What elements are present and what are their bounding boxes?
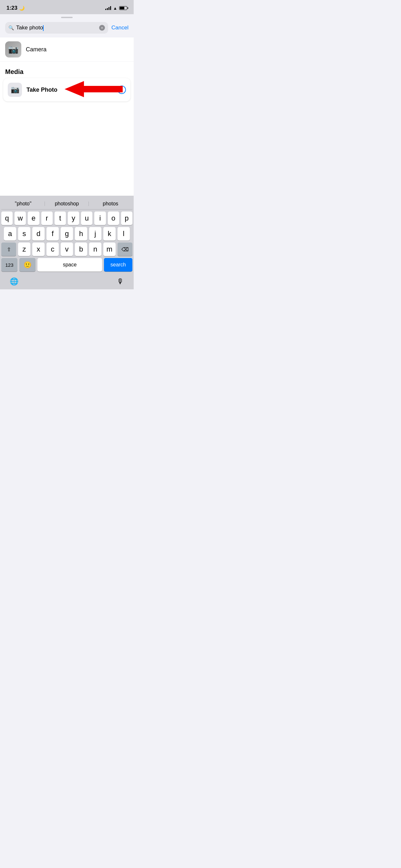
battery-icon: [119, 6, 127, 10]
keyboard[interactable]: "photo" photoshop photos q w e r t y u i…: [0, 196, 134, 275]
search-input[interactable]: Take photo: [16, 25, 97, 31]
prediction-2[interactable]: photoshop: [45, 201, 89, 207]
key-b[interactable]: b: [75, 243, 87, 256]
emoji-key[interactable]: 🙂: [19, 258, 35, 272]
key-p[interactable]: p: [121, 212, 132, 225]
section-title: Media: [5, 68, 24, 75]
key-n[interactable]: n: [89, 243, 101, 256]
predictive-bar: "photo" photoshop photos: [1, 198, 132, 210]
key-l[interactable]: l: [118, 227, 130, 241]
results-area: 📷 Camera Media 📷 Take Photo i: [0, 37, 134, 196]
microphone-icon[interactable]: 🎙: [117, 277, 124, 286]
media-section-header: Media: [0, 62, 134, 78]
content-spacer: [0, 105, 134, 196]
wifi-icon: ▲: [113, 6, 117, 11]
time-label: 1:23: [6, 5, 18, 11]
shift-key[interactable]: ⇧: [1, 243, 16, 256]
key-o[interactable]: o: [108, 212, 119, 225]
key-f[interactable]: f: [47, 227, 59, 241]
key-v[interactable]: v: [61, 243, 73, 256]
prediction-1[interactable]: "photo": [1, 201, 45, 207]
take-photo-icon: 📷: [8, 83, 22, 97]
status-time: 1:23 🌙: [6, 5, 25, 11]
numbers-key[interactable]: 123: [1, 258, 18, 272]
cancel-button[interactable]: Cancel: [112, 25, 128, 31]
keyboard-row-3: ⇧ z x c v b n m ⌫: [1, 243, 132, 256]
key-x[interactable]: x: [32, 243, 44, 256]
space-key[interactable]: space: [37, 258, 102, 272]
key-w[interactable]: w: [14, 212, 26, 225]
keyboard-row-1: q w e r t y u i o p: [1, 212, 132, 225]
red-arrow-annotation: [65, 80, 111, 100]
search-key[interactable]: search: [104, 258, 132, 272]
bottom-bar: 🌐 🎙: [0, 275, 134, 288]
take-photo-action[interactable]: 📷 Take Photo i: [3, 78, 130, 101]
status-bar: 1:23 🌙 ▲: [0, 0, 134, 14]
key-t[interactable]: t: [55, 212, 66, 225]
svg-marker-0: [65, 81, 123, 97]
search-bar[interactable]: 🔍 Take photo ×: [5, 22, 108, 34]
sheet-drag-indicator: [0, 14, 134, 20]
keyboard-row-4: 123 🙂 space search: [1, 258, 132, 272]
signal-bars-icon: [105, 6, 111, 10]
camera-app-icon: 📷: [5, 41, 21, 58]
key-j[interactable]: j: [89, 227, 101, 241]
key-y[interactable]: y: [68, 212, 79, 225]
key-u[interactable]: u: [81, 212, 92, 225]
key-g[interactable]: g: [61, 227, 73, 241]
key-r[interactable]: r: [41, 212, 53, 225]
key-d[interactable]: d: [32, 227, 44, 241]
key-k[interactable]: k: [103, 227, 116, 241]
key-z[interactable]: z: [18, 243, 30, 256]
globe-icon[interactable]: 🌐: [10, 277, 19, 286]
status-icons: ▲: [105, 6, 127, 11]
key-i[interactable]: i: [94, 212, 105, 225]
key-s[interactable]: s: [18, 227, 30, 241]
delete-key[interactable]: ⌫: [118, 243, 132, 256]
clear-button[interactable]: ×: [99, 25, 105, 31]
key-m[interactable]: m: [103, 243, 116, 256]
key-a[interactable]: a: [4, 227, 16, 241]
home-indicator: [0, 288, 134, 289]
search-icon: 🔍: [8, 25, 14, 30]
keyboard-row-2: a s d f g h j k l: [1, 227, 132, 241]
prediction-3[interactable]: photos: [89, 201, 132, 207]
camera-app-name: Camera: [26, 46, 47, 53]
key-q[interactable]: q: [1, 212, 12, 225]
key-h[interactable]: h: [75, 227, 87, 241]
key-e[interactable]: e: [28, 212, 39, 225]
search-area: 🔍 Take photo × Cancel: [0, 20, 134, 37]
key-c[interactable]: c: [47, 243, 59, 256]
moon-icon: 🌙: [19, 5, 25, 11]
camera-app-result[interactable]: 📷 Camera: [0, 37, 134, 62]
